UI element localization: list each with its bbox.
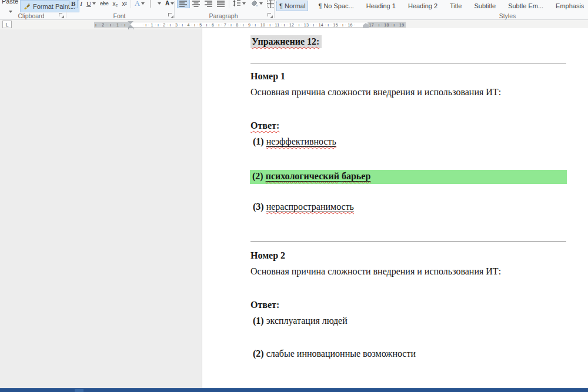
paint-bucket-icon <box>250 0 258 7</box>
text-highlight-color-button[interactable] <box>147 0 163 8</box>
line-spacing-button[interactable] <box>231 0 248 8</box>
styles-group-label: Styles <box>466 12 549 19</box>
chevron-down-icon <box>259 2 263 5</box>
font-dialog-launcher-icon[interactable] <box>168 13 173 18</box>
shading-button[interactable] <box>248 0 265 8</box>
style-normal[interactable]: ¶ Normal <box>276 1 308 11</box>
style-heading2[interactable]: Heading 2 <box>406 1 440 11</box>
font-group-label: Font <box>69 12 170 19</box>
italic-button[interactable]: I <box>78 0 84 8</box>
superscript-button[interactable]: x² <box>120 0 128 8</box>
subscript-button[interactable]: x₂ <box>111 0 119 8</box>
style-subtitle[interactable]: Subtitle <box>472 1 498 11</box>
align-left-icon <box>179 1 188 7</box>
word-window: Paste Format Painter Clipboard B I U abc… <box>0 0 588 392</box>
horizontal-rule <box>250 63 566 63</box>
chevron-down-icon <box>242 2 246 5</box>
group-divider <box>274 1 275 18</box>
align-right-icon <box>205 1 213 7</box>
align-left-button[interactable] <box>177 0 190 8</box>
font-color-icon: A <box>165 1 169 6</box>
ruler-left-margin: ı · 2 · ı · 1 · ı · <box>94 22 131 28</box>
align-center-button[interactable] <box>191 0 202 8</box>
justify-button[interactable] <box>215 0 227 8</box>
format-painter-icon <box>24 2 31 11</box>
text-effects-button[interactable]: A <box>133 0 146 8</box>
document-area: Упражнение 12: Номер 1 Основная причина … <box>0 29 588 388</box>
chevron-down-icon <box>141 2 145 5</box>
ribbon: Paste Format Painter Clipboard B I U abc… <box>0 0 588 20</box>
word-taskbar-icon[interactable] <box>75 389 83 392</box>
style-no-spacing[interactable]: ¶ No Spac... <box>316 1 356 11</box>
ruler-right-margin: 17 · ı · 18 · ı · 19 <box>368 22 406 28</box>
highlighted-answer-option[interactable]: (2) психологический барьер <box>250 170 567 184</box>
align-center-icon <box>192 1 201 7</box>
line-spacing-icon <box>233 0 241 7</box>
question2-text[interactable]: Основная причина сложности внедрения и и… <box>250 266 567 277</box>
chevron-down-icon <box>158 2 161 5</box>
answer1-label[interactable]: Ответ: <box>250 120 567 131</box>
clipboard-dialog-launcher-icon[interactable] <box>59 13 64 18</box>
paste-label: Paste <box>1 0 19 5</box>
group-divider <box>174 1 175 18</box>
styles-gallery: ¶ Normal ¶ No Spac... Heading 1 Heading … <box>276 0 588 11</box>
bold-button[interactable]: B <box>69 0 78 8</box>
first-line-indent-marker[interactable] <box>128 21 133 24</box>
divider <box>131 0 131 8</box>
style-subtle-emphasis[interactable]: Subtle Em... <box>506 1 546 11</box>
horizontal-rule <box>250 241 566 242</box>
chevron-down-icon <box>92 2 96 5</box>
clipboard-group-label: Clipboard <box>0 12 62 19</box>
question1-text[interactable]: Основная причина сложности внедрения и и… <box>250 87 567 98</box>
answer-option[interactable]: (1) неэффективность <box>253 136 570 147</box>
divider <box>229 0 229 8</box>
style-title[interactable]: Title <box>447 1 464 11</box>
underline-button[interactable]: U <box>85 0 98 8</box>
question2-title[interactable]: Номер 2 <box>250 250 567 261</box>
exercise-title[interactable]: Упражнение 12: <box>250 36 567 47</box>
answer-option[interactable]: (3) нераспространимость <box>253 202 570 212</box>
answer-option[interactable]: (1) эксплуатация людей <box>253 316 570 326</box>
highlighter-icon <box>149 0 156 7</box>
tab-stop-selector[interactable]: L <box>2 21 12 28</box>
align-right-button[interactable] <box>203 0 215 8</box>
style-heading1[interactable]: Heading 1 <box>364 1 398 11</box>
document-page[interactable]: Упражнение 12: Номер 1 Основная причина … <box>202 28 588 388</box>
question1-title[interactable]: Номер 1 <box>250 71 567 82</box>
group-divider <box>66 1 66 18</box>
answer-option[interactable]: (2) слабые инновационные возможности <box>253 349 570 359</box>
paragraph-dialog-launcher-icon[interactable] <box>268 13 273 18</box>
paragraph-group-label: Paragraph <box>176 12 270 19</box>
answer2-label[interactable]: Ответ: <box>250 300 567 310</box>
taskbar[interactable] <box>0 388 588 392</box>
ruler-main: · ı · 1 · ı · 2 · ı · 3 · ı · 4 · ı · 5 … <box>131 22 368 28</box>
strikethrough-button[interactable]: abc <box>98 0 111 8</box>
justify-icon <box>217 1 225 7</box>
style-emphasis[interactable]: Emphasis <box>553 1 586 11</box>
